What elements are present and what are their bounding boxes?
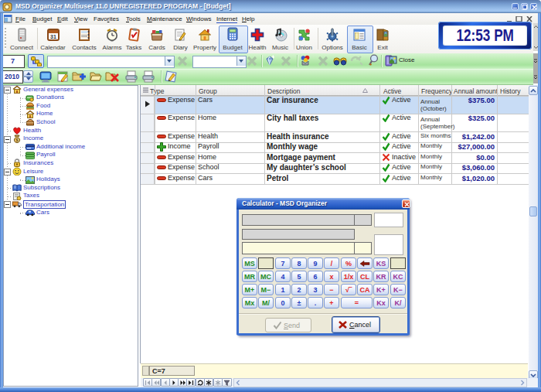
svg-text:31: 31 [50,34,56,39]
